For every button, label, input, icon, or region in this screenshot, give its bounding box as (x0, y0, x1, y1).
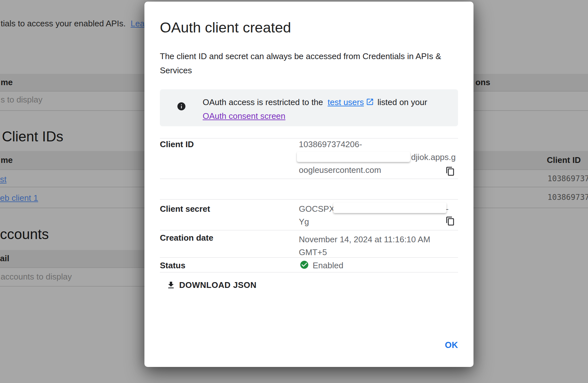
oauth-header-band-right: Client ID (473, 151, 588, 169)
status-value: Enabled (313, 261, 343, 271)
intro-text: tials to access your enabled APIs. Lear (1, 19, 147, 29)
api-keys-header-band: me (0, 74, 145, 91)
client-id-label: Client ID (160, 139, 194, 149)
copy-icon (446, 216, 455, 226)
client-secret-line2: Yg (299, 217, 309, 227)
copy-client-secret-button[interactable] (446, 216, 455, 226)
divider (0, 208, 145, 208)
divider (0, 169, 145, 170)
oauth-client-link[interactable]: st (0, 174, 6, 184)
redaction-overlay (333, 202, 446, 213)
divider (0, 110, 145, 111)
name-column-header: me (1, 155, 13, 165)
oauth-client-created-dialog: OAuth client created The client ID and s… (144, 2, 473, 367)
notice-text: OAuth access is restricted to the test u… (203, 95, 454, 123)
divider (473, 208, 588, 208)
creation-date-value: November 14, 2024 at 11:16:10 AM GMT+5 (299, 233, 439, 259)
ok-button[interactable]: OK (440, 337, 463, 353)
service-accounts-heading: ccounts (0, 226, 49, 242)
intro-text-fragment: tials to access your enabled APIs. (1, 19, 126, 28)
notice-box: OAuth access is restricted to the test u… (160, 89, 458, 126)
divider (473, 91, 588, 92)
divider (160, 272, 458, 272)
table-row: eb client 1 (0, 193, 38, 203)
divider (473, 110, 588, 111)
divider (0, 187, 145, 187)
consent-screen-link[interactable]: OAuth consent screen (203, 109, 454, 123)
divider (0, 267, 145, 268)
client-secret-suffix: - (446, 204, 449, 214)
divider (473, 187, 588, 187)
client-id-value-line3: oogleusercontent.com (299, 165, 381, 175)
client-id-value-line1: 1038697374206- (299, 139, 362, 149)
client-id-cell: 1038697374 (547, 193, 588, 202)
status-label: Status (160, 261, 185, 271)
test-users-link[interactable]: test users (328, 97, 364, 107)
name-column-header: me (1, 77, 13, 87)
notice-text-after: listed on your (377, 97, 427, 107)
notice-text-before: OAuth access is restricted to the (203, 97, 323, 107)
redaction-overlay (297, 152, 410, 162)
email-column-header: ail (0, 254, 9, 263)
client-secret-prefix: GOCSPX- (299, 204, 337, 214)
api-keys-header-band-right: ons (473, 74, 588, 91)
dialog-subtitle: The client ID and secret can always be a… (160, 49, 465, 77)
client-id-value-line2: djiok.apps.g (411, 152, 456, 162)
screen: tials to access your enabled APIs. Lear … (0, 0, 588, 383)
download-json-button[interactable]: DOWNLOAD JSON (163, 277, 260, 293)
divider (0, 91, 145, 92)
download-json-label: DOWNLOAD JSON (179, 280, 257, 290)
actions-column-header: ons (475, 77, 490, 87)
service-accounts-empty-row: accounts to display (1, 272, 72, 282)
external-link-icon (366, 98, 374, 106)
divider (160, 199, 458, 200)
dialog-title: OAuth client created (160, 19, 291, 36)
api-keys-empty-row: s to display (1, 95, 42, 105)
divider (160, 257, 458, 258)
divider (0, 286, 145, 287)
divider (160, 230, 458, 230)
divider (160, 179, 458, 179)
creation-date-label: Creation date (160, 233, 213, 243)
info-icon (177, 102, 186, 111)
service-accounts-header-band: ail (0, 250, 145, 267)
client-id-column-header: Client ID (547, 155, 581, 165)
client-secret-label: Client secret (160, 204, 210, 214)
table-row: st (0, 174, 6, 184)
download-icon (166, 281, 176, 290)
client-id-cell: 1038697374 (547, 174, 588, 183)
copy-client-id-button[interactable] (446, 166, 455, 176)
divider (473, 169, 588, 170)
divider (160, 138, 458, 138)
copy-icon (446, 166, 455, 176)
oauth-client-link[interactable]: eb client 1 (0, 193, 38, 203)
check-circle-icon (299, 260, 309, 270)
oauth-clients-heading: Client IDs (2, 129, 63, 145)
oauth-header-band: me (0, 151, 145, 169)
